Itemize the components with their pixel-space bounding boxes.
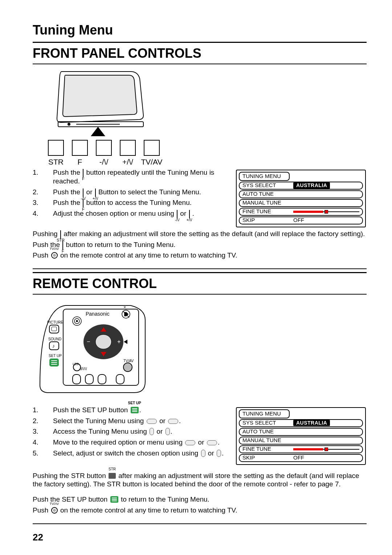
minus-button-icon: -/\/ [177, 210, 177, 216]
osd-row-finetune: FINE TUNE [239, 208, 363, 216]
arrow-down-icon [91, 127, 105, 136]
front-para-store: Pushing STR after making an adjustment w… [33, 230, 367, 238]
tuning-menu-osd: TUNING MENU SYS SELECTAUSTRALIA AUTO TUN… [236, 170, 366, 227]
remote-diagram: Panasonic ✕ PICTURE SOUND ♪ SET UP − + L… [33, 298, 367, 398]
tv-diagram [33, 68, 367, 139]
page-title: Tuning Menu [33, 22, 367, 38]
front-para-return: Push the F button to return to the Tunin… [33, 240, 367, 249]
osd-row-skip: SKIPOFF [239, 454, 363, 462]
f-button-icon: F [83, 169, 83, 175]
divider [33, 523, 367, 524]
plus-button-icon: +/\/ [95, 189, 96, 195]
sound-label: SOUND [48, 337, 61, 341]
oval-left-icon [185, 440, 195, 445]
front-step-3: 3. Push the F button to access the Tunin… [33, 198, 225, 207]
svg-text:♪: ♪ [52, 343, 55, 349]
tvav-button-icon [51, 252, 58, 259]
plus-button-icon: +/\/ [189, 210, 190, 216]
svg-point-18 [95, 335, 111, 349]
svg-rect-10 [52, 327, 57, 331]
vol-up-icon [201, 450, 205, 457]
setup-label: SET UP [49, 354, 62, 358]
remote-step-3: 3. Access the Tuning Menu using or . [33, 427, 225, 436]
osd-row-manualtune: MANUAL TUNE [239, 199, 363, 207]
svg-rect-9 [49, 325, 59, 333]
setup-button-icon [131, 407, 139, 413]
str-button-icon [109, 473, 116, 479]
front-step-1: 1. Push the F button repeatedly until th… [33, 168, 225, 186]
osd-row-skip: SKIPOFF [239, 216, 363, 224]
osd-row-autotune: AUTO TUNE [239, 428, 363, 436]
remote-heading: REMOTE CONTROL [33, 272, 367, 295]
front-step-4: 4. Adjust the chosen option or menu usin… [33, 209, 225, 218]
front-panel-buttons: STR F -/\/ +/\/ TV/AV [33, 140, 367, 167]
remote-step-5: 5. Select, adjust or switch the chosen o… [33, 449, 225, 458]
osd-row-autotune: AUTO TUNE [239, 190, 363, 198]
osd-row-sysselect: SYS SELECTAUSTRALIA [239, 182, 363, 190]
osd-row-finetune: FINE TUNE [239, 445, 363, 453]
svg-text:3/\/\/: 3/\/\/ [80, 367, 87, 371]
tvav-label: TV/AV [123, 359, 134, 363]
osd-row-sysselect: SYS SELECTAUSTRALIA [239, 419, 363, 427]
vol-down-icon [166, 428, 170, 435]
remote-para-store: Pushing the STR button STR after making … [33, 471, 367, 489]
str-panel-button[interactable]: STR [47, 140, 65, 167]
slider-icon [293, 210, 359, 214]
page-number: 22 [33, 531, 367, 543]
mute-icon: ✕ [123, 305, 126, 309]
remote-step-2: 2. Select the Tuning Menu using or . [33, 417, 225, 425]
remote-para-tvav: Push TV/AV on the remote control at any … [33, 506, 367, 515]
divider [33, 268, 367, 269]
osd-title: TUNING MENU [239, 409, 290, 418]
oval-left-icon [147, 419, 157, 424]
svg-point-2 [68, 123, 70, 125]
svg-text:+: + [117, 339, 121, 345]
osd-row-manualtune: MANUAL TUNE [239, 437, 363, 445]
svg-point-26 [123, 363, 132, 372]
brand-label: Panasonic [86, 311, 109, 317]
crt-tv-icon [47, 68, 156, 137]
f-panel-button[interactable]: F [71, 140, 89, 167]
tvav-panel-button[interactable]: TV/AV [143, 140, 160, 167]
oval-right-icon [207, 440, 217, 445]
svg-text:−: − [87, 339, 90, 345]
minus-panel-button[interactable]: -/\/ [95, 140, 113, 167]
vol-up-icon [150, 428, 154, 435]
f-button-icon: F [83, 199, 83, 206]
remote-step-1: 1. Push the SET UP button SET UP. [33, 406, 225, 414]
osd-title: TUNING MENU [239, 172, 290, 181]
f-button-icon: F [62, 241, 63, 248]
front-para-tvav: Push TV/AV on the remote control at any … [33, 251, 367, 260]
front-panel-heading: FRONT PANEL CONTROLS [33, 42, 367, 64]
tvav-button-icon [51, 507, 58, 514]
remote-para-return: Push the SET UP button to return to the … [33, 495, 367, 504]
slider-icon [293, 447, 359, 451]
svg-point-8 [76, 320, 78, 322]
minus-button-icon: -/\/ [83, 189, 83, 195]
remote-step-4: 4. Move to the required option or menu u… [33, 438, 225, 447]
str-button-icon: STR [60, 230, 61, 237]
front-step-2: 2. Push the -/\/ or +/\/ Button to selec… [33, 188, 225, 197]
plus-panel-button[interactable]: +/\/ [119, 140, 136, 167]
picture-label: PICTURE [47, 320, 63, 324]
oval-right-icon [168, 419, 178, 424]
tuning-menu-osd: TUNING MENU SYS SELECTAUSTRALIA AUTO TUN… [236, 407, 366, 465]
led-label: LED [73, 362, 79, 366]
vol-down-icon [217, 450, 221, 457]
setup-button-icon [110, 496, 118, 503]
